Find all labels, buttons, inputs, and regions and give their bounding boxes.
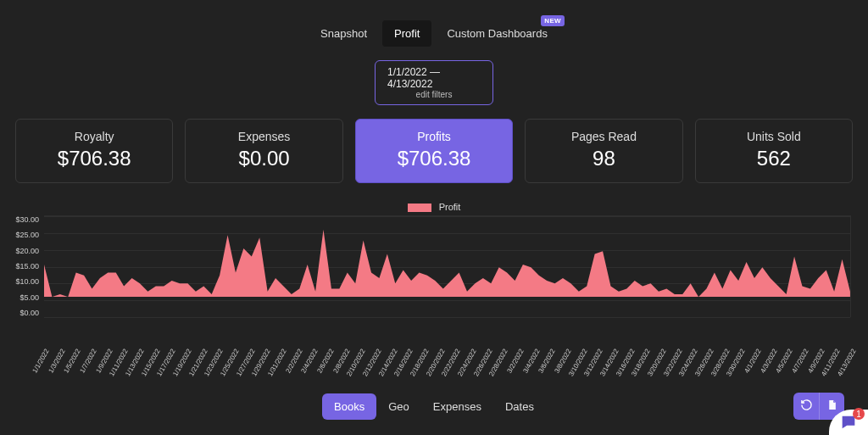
card-label: Profits bbox=[363, 130, 505, 143]
y-tick: $25.00 bbox=[14, 231, 39, 239]
card-value: $706.38 bbox=[23, 147, 165, 170]
chart-wrap: Profit $30.00$25.00$20.00$15.00$10.00$5.… bbox=[0, 202, 868, 351]
y-tick: $20.00 bbox=[14, 247, 39, 255]
chart-legend: Profit bbox=[14, 202, 854, 212]
x-axis-labels: 1/1/20221/3/20221/5/20221/7/20221/9/2022… bbox=[44, 319, 851, 353]
card-label: Royalty bbox=[23, 130, 165, 143]
tab-label: Custom Dashboards bbox=[447, 27, 548, 40]
y-tick: $30.00 bbox=[14, 215, 39, 224]
y-axis-labels: $30.00$25.00$20.00$15.00$10.00$5.00$0.00 bbox=[14, 215, 39, 317]
card-profits[interactable]: Profits $706.38 bbox=[355, 119, 513, 183]
profit-chart: $30.00$25.00$20.00$15.00$10.00$5.00$0.00… bbox=[14, 215, 854, 351]
card-label: Units Sold bbox=[703, 130, 845, 143]
tab-label: Snapshot bbox=[320, 27, 367, 40]
y-tick: $10.00 bbox=[14, 277, 39, 286]
card-expenses[interactable]: Expenses $0.00 bbox=[185, 119, 342, 183]
card-value: 562 bbox=[703, 147, 845, 170]
card-label: Pages Read bbox=[532, 130, 675, 143]
tab-books[interactable]: Books bbox=[322, 393, 376, 420]
legend-label: Profit bbox=[439, 202, 461, 212]
tab-label: Profit bbox=[394, 27, 420, 40]
tab-dates[interactable]: Dates bbox=[493, 393, 546, 420]
tab-snapshot[interactable]: Snapshot bbox=[309, 20, 379, 47]
date-range-filter[interactable]: 1/1/2022 — 4/13/2022 edit filters bbox=[375, 60, 493, 105]
date-range-text: 1/1/2022 — 4/13/2022 bbox=[387, 66, 481, 90]
card-value: 98 bbox=[532, 147, 675, 170]
plot-area bbox=[44, 215, 851, 317]
reset-button[interactable] bbox=[793, 393, 819, 420]
tab-label: Books bbox=[334, 400, 364, 413]
file-icon bbox=[826, 399, 837, 415]
tab-label: Expenses bbox=[433, 400, 481, 413]
tab-label: Dates bbox=[505, 400, 534, 413]
chat-unread-badge: 1 bbox=[853, 408, 865, 420]
tab-label: Geo bbox=[388, 400, 409, 413]
y-tick: $15.00 bbox=[14, 262, 39, 270]
tab-geo[interactable]: Geo bbox=[376, 393, 421, 420]
bottom-tabs: Books Geo Expenses Dates bbox=[322, 393, 546, 420]
top-tabs: Snapshot Profit Custom Dashboards NEW bbox=[0, 0, 868, 60]
card-value: $0.00 bbox=[192, 147, 335, 170]
undo-icon bbox=[800, 399, 813, 415]
stat-cards-row: Royalty $706.38 Expenses $0.00 Profits $… bbox=[0, 119, 868, 183]
card-royalty[interactable]: Royalty $706.38 bbox=[15, 119, 173, 183]
tab-expenses[interactable]: Expenses bbox=[421, 393, 493, 420]
card-label: Expenses bbox=[192, 130, 335, 143]
card-units-sold[interactable]: Units Sold 562 bbox=[695, 119, 853, 183]
edit-filters-label: edit filters bbox=[416, 90, 453, 99]
y-tick: $5.00 bbox=[14, 293, 39, 302]
card-value: $706.38 bbox=[363, 147, 505, 170]
bottom-tabs-row: Books Geo Expenses Dates bbox=[0, 393, 868, 420]
new-badge: NEW bbox=[541, 15, 565, 26]
tab-profit[interactable]: Profit bbox=[382, 20, 431, 47]
card-pages-read[interactable]: Pages Read 98 bbox=[525, 119, 682, 183]
y-tick: $0.00 bbox=[14, 309, 39, 317]
tab-custom-dashboards[interactable]: Custom Dashboards NEW bbox=[435, 20, 559, 47]
legend-swatch bbox=[408, 204, 431, 212]
